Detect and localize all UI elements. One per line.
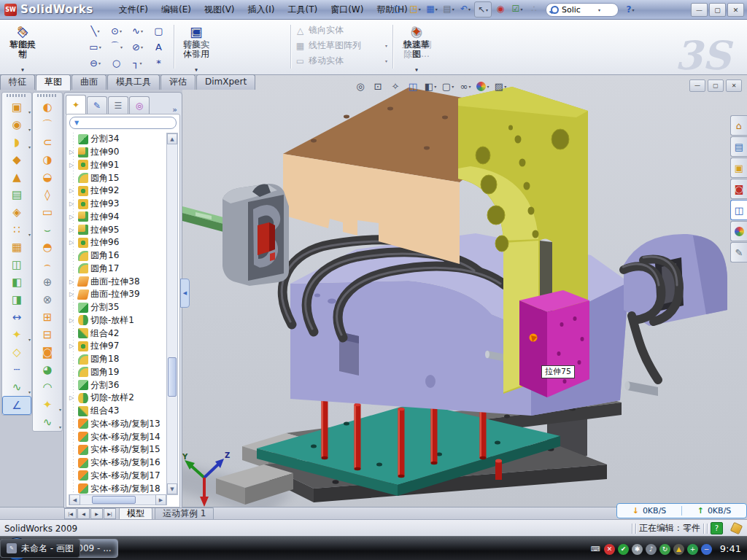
ruled-surface-icon[interactable]: ⌣▾ (33, 221, 62, 238)
linear-sketch-pattern-button[interactable]: ▦线性草图阵列▾ (293, 38, 390, 53)
menu-tools[interactable]: 工具(T) (281, 0, 324, 19)
edit-appearance-icon[interactable]: ▾ (475, 79, 491, 95)
tree-horizontal-scrollbar[interactable]: ◀ ▶ (69, 494, 167, 505)
menu-view[interactable]: 视图(V) (198, 0, 241, 19)
scrollbar-thumb[interactable] (168, 357, 177, 397)
tray-warning-icon[interactable]: ▲ (673, 544, 684, 555)
expand-arrow-icon[interactable]: ▷ (69, 291, 76, 298)
tree-item[interactable]: ▷圆角17 (69, 262, 167, 276)
expand-arrow-icon[interactable]: ▷ (69, 214, 76, 220)
rapid-sketch-button[interactable]: ✦快速草 图▾ (397, 21, 436, 73)
home-icon[interactable]: ⌂ (730, 115, 747, 136)
dome-icon[interactable]: ◠▾ (33, 378, 62, 396)
propertymanager-tab[interactable]: ✎ (87, 96, 107, 114)
expand-arrow-icon[interactable]: ▷ (69, 149, 76, 155)
dimxpertmanager-tab[interactable]: ◎ (129, 96, 150, 114)
freeform-icon[interactable]: ∿▾ (2, 378, 31, 396)
instant3d-icon[interactable]: ✦▾ (2, 326, 31, 343)
expand-arrow-icon[interactable]: ▷ (69, 201, 76, 207)
part-side-fixture[interactable] (182, 184, 289, 286)
menu-file[interactable]: 文件(F) (112, 0, 155, 19)
tab-sketch[interactable]: 草图 (36, 74, 71, 90)
scrollbar-thumb[interactable] (92, 496, 136, 504)
model-tab[interactable]: 模型 (119, 508, 152, 520)
tree-item[interactable]: ▷切除-放样2 (69, 392, 167, 405)
spline-tool[interactable]: ∿▾ (127, 23, 148, 39)
tree-item[interactable]: ▷曲面-拉伸39 (69, 288, 167, 301)
tray-update-icon[interactable]: ✱ (632, 544, 643, 555)
window-minimize-button[interactable]: — (691, 3, 708, 17)
save-icon[interactable]: ▦▾ (424, 1, 440, 16)
tray-keyboard-icon[interactable]: ⌨ (590, 544, 601, 555)
tab-features[interactable]: 特征 (0, 74, 35, 90)
tree-item[interactable]: ▷组合43 (69, 405, 167, 418)
tree-item[interactable]: ▷拉伸92 (69, 184, 167, 198)
expand-arrow-icon[interactable]: ▷ (69, 187, 76, 194)
window-restore-button[interactable]: ▢ (709, 3, 726, 17)
tree-item[interactable]: ▷分割35 (69, 301, 167, 314)
menu-edit[interactable]: 编辑(E) (155, 0, 198, 19)
zoom-area-icon[interactable]: ⊡▾ (370, 79, 386, 95)
search-dropdown-icon[interactable]: ▾ (598, 7, 600, 12)
zoom-fit-icon[interactable]: ◎▾ (352, 79, 368, 95)
quick-tips-button[interactable]: ? (711, 522, 723, 534)
mirror-entities-button[interactable]: △镜向实体▾ (293, 23, 390, 38)
circle-tool[interactable]: ⊙▾ (106, 23, 127, 39)
motion-study-tab[interactable]: 运动算例 1 (155, 508, 214, 520)
extend-surface-icon[interactable]: ⊞▾ (33, 308, 62, 326)
expand-arrow-icon[interactable]: ▷ (69, 227, 76, 233)
appearance-settings-icon[interactable]: ∴▾ (526, 1, 542, 16)
selection-box-tool[interactable]: ▢▾ (148, 23, 169, 39)
smart-dimension-button[interactable]: ◇智能尺 寸▾ (3, 21, 42, 73)
arc-tool[interactable]: ⌒▾ (106, 39, 127, 55)
doc-first-button[interactable]: |◀ (64, 508, 77, 519)
tab-evaluate[interactable]: 评估 (160, 74, 196, 90)
tab-dimxpert[interactable]: DimXpert (196, 74, 255, 90)
tray-sync-icon[interactable]: ↻ (659, 544, 670, 555)
appearances-icon[interactable] (730, 221, 747, 241)
slot-tool[interactable]: ⊖▾ (85, 55, 106, 71)
menu-insert[interactable]: 插入(I) (241, 0, 282, 19)
tray-antivirus-icon[interactable]: ✔ (618, 544, 629, 555)
lofted-boss-icon[interactable]: ▲▾ (2, 168, 31, 186)
filled-surface-icon[interactable]: ◙▾ (33, 343, 62, 361)
apply-scene-icon[interactable]: ▨▾ (492, 79, 508, 95)
doc-next-button[interactable]: ▶ (90, 508, 103, 519)
tray-volume-icon[interactable]: ♪ (646, 544, 657, 555)
file-explorer-icon[interactable]: ◙ (730, 179, 747, 199)
tree-item[interactable]: ▷圆角19 (69, 366, 167, 379)
featuremanager-tab[interactable]: ✦ (66, 95, 86, 114)
parting-line-icon[interactable]: ⌒▾ (33, 116, 62, 133)
search-box[interactable]: ▾ (546, 3, 619, 17)
scroll-up-icon[interactable]: ▲ (167, 133, 177, 144)
scroll-right-icon[interactable]: ▶ (155, 494, 166, 505)
offset-surface-icon[interactable]: ◓▾ (33, 238, 62, 256)
help-icon[interactable]: ?▾ (622, 2, 638, 17)
combine-bodies-icon[interactable]: ◫▾ (2, 256, 31, 273)
linear-pattern-icon[interactable]: ▦▾ (2, 238, 31, 256)
tree-item[interactable]: ▷拉伸95 (69, 223, 167, 236)
scroll-down-icon[interactable]: ▼ (167, 483, 177, 494)
tree-item[interactable]: ▷实体-移动/复制18 (69, 482, 167, 495)
fillet-surface-icon[interactable]: ◕▾ (33, 361, 62, 378)
tree-item[interactable]: ▷拉伸90 (69, 146, 167, 159)
tree-item[interactable]: ▷组合42 (69, 327, 167, 340)
tree-item[interactable]: ▷拉伸91 (69, 159, 167, 172)
tab-surfaces[interactable]: 曲面 (71, 74, 107, 90)
tags-icon[interactable] (730, 522, 743, 534)
doc-restore-button[interactable]: ▢ (708, 79, 724, 92)
tray-network-icon[interactable]: − (701, 544, 712, 555)
radiate-surface-icon[interactable]: ⌢▾ (33, 256, 62, 273)
convert-icon[interactable]: ↔▾ (2, 308, 31, 326)
hide-show-items-icon[interactable]: ∞▾ (457, 79, 473, 95)
tree-item[interactable]: ▷实体-移动/复制17 (69, 470, 167, 483)
taskbar-paint-button[interactable]: ✎未命名 - 画图 (0, 539, 80, 558)
measure-icon[interactable]: ∠▾ (2, 396, 31, 415)
design-library-icon[interactable]: ▣ (730, 158, 747, 178)
tree-item[interactable]: ▷拉伸97 (69, 340, 167, 353)
tree-item[interactable]: ▷拉伸93 (69, 198, 167, 211)
configurationmanager-tab[interactable]: ☰ (108, 96, 128, 114)
point-tool[interactable]: *▾ (148, 55, 169, 71)
custom-properties-icon[interactable]: ✎ (730, 242, 747, 262)
tree-item[interactable]: ▷拉伸96 (69, 236, 167, 249)
